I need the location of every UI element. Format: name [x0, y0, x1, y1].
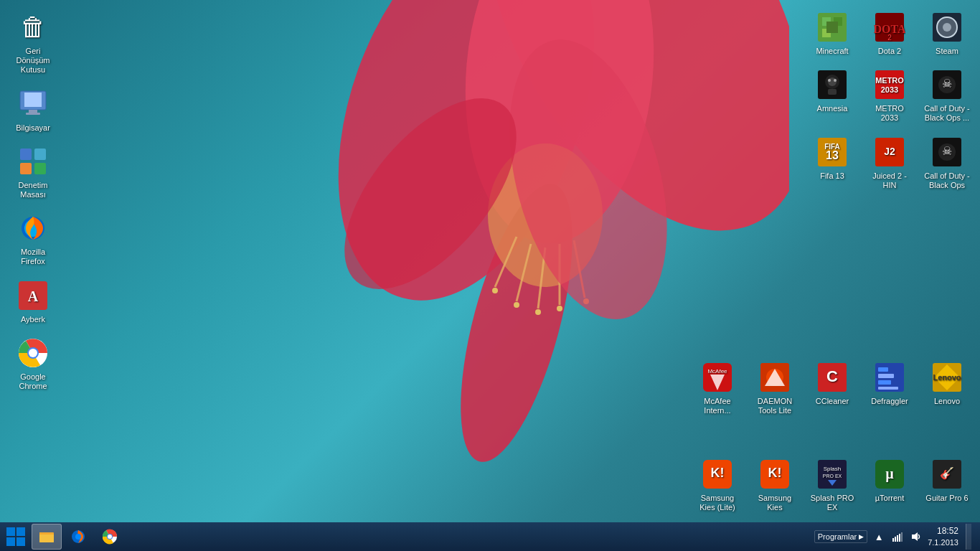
icon-samsung-kies[interactable]: K! SamsungKies	[749, 454, 801, 515]
computer-icon	[16, 87, 50, 121]
svg-text:C: C	[826, 367, 838, 385]
icon-metro2033[interactable]: METRO2033 METRO 2033	[864, 65, 915, 126]
desktop: 🗑 GeriDönüşümKutusu Bilgisayar DenetimMa…	[0, 0, 980, 551]
icon-daemon-tools[interactable]: DAEMONTools Lite	[749, 357, 801, 418]
icon-minecraft[interactable]: Minecraft	[806, 7, 858, 59]
samsung-kies-icon: K!	[758, 457, 792, 491]
metro2033-icon: METRO2033	[872, 67, 907, 102]
icon-samsung-kies-lite[interactable]: K! SamsungKies (Lite)	[692, 454, 743, 515]
icon-ayberk[interactable]: A Ayberk	[7, 276, 59, 327]
guitar-pro-icon: 🎸	[930, 457, 964, 491]
svg-rect-105	[897, 535, 898, 542]
svg-rect-87	[878, 380, 891, 385]
lenovo-icon: Lenovo	[930, 360, 964, 395]
recycle-bin-icon: 🗑	[16, 10, 50, 44]
svg-text:☠: ☠	[942, 77, 952, 90]
steam-icon	[930, 10, 964, 44]
show-desktop-button[interactable]	[966, 524, 971, 550]
svg-marker-108	[912, 532, 918, 541]
icon-chrome[interactable]: GoogleChrome	[7, 333, 59, 394]
icon-label-mcafee: McAfeeIntern...	[704, 397, 730, 415]
icon-splash-pro[interactable]: SplashPRO EX Splash PROEX	[806, 454, 858, 515]
icon-juiced2[interactable]: J2 Juiced 2 -HIN	[864, 132, 915, 193]
icon-amnesia[interactable]: Amnesia	[806, 65, 858, 126]
taskbar-firefox-icon	[70, 529, 86, 545]
icon-label-chrome: GoogleChrome	[19, 372, 47, 391]
svg-point-32	[29, 349, 37, 357]
icon-fifa13[interactable]: FIFA13 Fifa 13	[806, 132, 858, 193]
taskbar: Programlar ▶ ▲	[0, 522, 980, 551]
icon-control-panel[interactable]: DenetimMasası	[7, 141, 59, 202]
icon-label-firefox: MozillaFirefox	[21, 248, 45, 266]
windows-logo-icon	[6, 527, 26, 547]
icon-label-juiced2: Juiced 2 -HIN	[872, 171, 907, 190]
clock-date: 7.1.2013	[928, 537, 958, 547]
taskbar-firefox[interactable]	[63, 524, 93, 550]
icon-defraggler[interactable]: Defraggler	[864, 357, 915, 418]
dota2-icon: DOTA2	[872, 10, 907, 44]
icon-label-minecraft: Minecraft	[816, 47, 848, 56]
taskbar-explorer[interactable]	[32, 524, 62, 550]
svg-text:McAfee: McAfee	[707, 368, 727, 375]
icon-computer[interactable]: Bilgisayar	[7, 84, 59, 136]
svg-rect-85	[878, 367, 888, 372]
svg-point-47	[828, 77, 837, 86]
icon-label-utorrent: µTorrent	[875, 494, 905, 503]
amnesia-icon	[815, 67, 849, 102]
splash-pro-icon: SplashPRO EX	[815, 457, 849, 491]
icon-label-fifa13: Fifa 13	[820, 171, 844, 181]
icon-label-ccleaner: CCleaner	[816, 397, 849, 406]
desktop-icons-right-top: Minecraft DOTA2 Dota 2 Steam Amnesia ME	[806, 7, 973, 193]
taskbar-clock[interactable]: 18:52 7.1.2013	[928, 526, 958, 547]
svg-rect-93	[17, 527, 25, 536]
icon-utorrent[interactable]: µ µTorrent	[864, 454, 915, 515]
taskbar-tray: Programlar ▶ ▲	[809, 524, 977, 550]
icon-label-steam: Steam	[936, 47, 958, 56]
utorrent-icon: µ	[872, 457, 907, 491]
tray-network-icon[interactable]	[890, 529, 905, 544]
defraggler-icon	[872, 360, 907, 395]
icon-dota2[interactable]: DOTA2 Dota 2	[864, 7, 915, 59]
fifa13-icon: FIFA13	[815, 135, 849, 169]
icon-guitar-pro[interactable]: 🎸 Guitar Pro 6	[921, 454, 973, 515]
svg-point-102	[108, 534, 112, 539]
svg-text:K!: K!	[711, 466, 725, 480]
svg-rect-104	[895, 537, 896, 542]
icon-lenovo[interactable]: Lenovo Lenovo	[921, 357, 973, 418]
icon-label-ayberk: Ayberk	[21, 315, 45, 324]
icon-mcafee[interactable]: McAfee McAfeeIntern...	[692, 357, 743, 418]
taskbar-programs-expand[interactable]: Programlar ▶	[814, 530, 867, 543]
daemon-tools-icon	[758, 360, 792, 395]
svg-rect-20	[29, 110, 37, 113]
svg-rect-95	[17, 537, 25, 546]
icon-steam[interactable]: Steam	[921, 7, 973, 59]
icon-recycle-bin[interactable]: 🗑 GeriDönüşümKutusu	[7, 7, 59, 78]
icon-label-recycle: GeriDönüşümKutusu	[16, 47, 50, 75]
cod-blackops-icon: ☠	[930, 67, 964, 102]
svg-rect-106	[899, 534, 900, 542]
svg-rect-23	[34, 149, 46, 160]
clock-time: 18:52	[937, 526, 958, 537]
icon-label-samsung-kies: SamsungKies	[758, 494, 791, 512]
icon-label-lenovo: Lenovo	[934, 397, 960, 406]
taskbar-chrome[interactable]	[95, 524, 125, 550]
desktop-icons-left: 🗑 GeriDönüşümKutusu Bilgisayar DenetimMa…	[7, 7, 59, 394]
svg-rect-48	[828, 89, 837, 95]
start-button[interactable]	[3, 524, 29, 550]
icon-label-samsung-kies-lite: SamsungKies (Lite)	[699, 494, 735, 512]
icon-ccleaner[interactable]: C CCleaner	[806, 357, 858, 418]
svg-point-99	[75, 534, 81, 540]
tray-volume-icon[interactable]	[909, 529, 923, 544]
samsung-kies-lite-icon: K!	[700, 457, 735, 491]
icon-firefox[interactable]: MozillaFirefox	[7, 208, 59, 269]
taskbar-chrome-icon	[102, 529, 118, 545]
icon-cod-blackops2[interactable]: ☠ Call of Duty -Black Ops	[921, 132, 973, 193]
svg-rect-86	[878, 374, 894, 378]
svg-rect-88	[878, 387, 898, 390]
svg-text:µ: µ	[885, 466, 894, 482]
icon-cod-blackops[interactable]: ☠ Call of Duty -Black Ops ...	[921, 65, 973, 126]
tray-up-arrow[interactable]: ▲	[872, 529, 886, 544]
svg-rect-107	[901, 532, 903, 542]
svg-point-50	[834, 79, 837, 82]
svg-text:2033: 2033	[881, 85, 898, 94]
